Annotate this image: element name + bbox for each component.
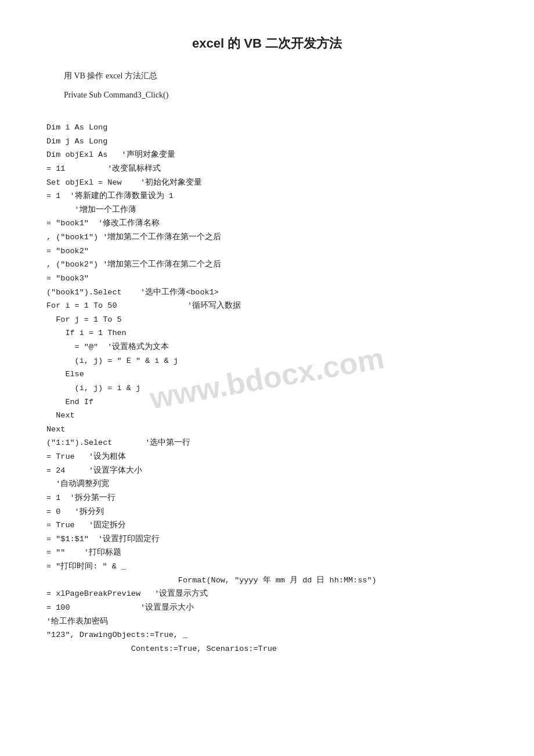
intro-text-2: Private Sub Command3_Click() bbox=[46, 88, 488, 102]
intro-text-1: 用 VB 操作 excel 方法汇总 bbox=[46, 69, 488, 83]
code-block: Dim i As Long Dim j As Long Dim objExl A… bbox=[46, 107, 488, 656]
page-title: excel 的 VB 二次开发方法 bbox=[46, 35, 488, 52]
